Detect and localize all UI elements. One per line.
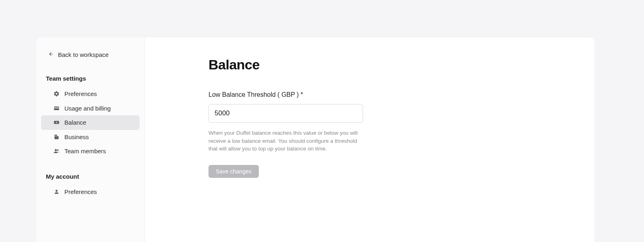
sidebar-item-label: Balance (64, 119, 86, 127)
svg-point-4 (56, 122, 57, 123)
svg-rect-10 (56, 136, 56, 136)
svg-rect-8 (56, 135, 56, 136)
team-settings-heading: Team settings (36, 75, 144, 82)
my-account-heading: My account (36, 173, 144, 180)
main-content: Balance Low Balance Threshold ( GBP ) * … (145, 38, 594, 242)
svg-rect-9 (55, 136, 55, 136)
sidebar-item-account-preferences[interactable]: Preferences (41, 185, 140, 199)
sidebar-item-label: Preferences (64, 188, 97, 196)
money-icon (53, 119, 60, 126)
page-title: Balance (208, 57, 594, 73)
threshold-help-text: When your Duffel balance reaches this va… (208, 129, 363, 153)
threshold-label: Low Balance Threshold ( GBP ) * (208, 91, 594, 98)
svg-point-13 (56, 190, 58, 192)
svg-point-11 (55, 149, 57, 151)
sidebar: Back to workspace Team settings Preferen… (36, 38, 145, 242)
threshold-input[interactable] (208, 104, 363, 123)
svg-rect-6 (57, 136, 58, 139)
back-label: Back to workspace (58, 51, 109, 58)
sidebar-item-usage-billing[interactable]: Usage and billing (41, 101, 140, 116)
sidebar-item-preferences[interactable]: Preferences (41, 87, 140, 101)
svg-point-12 (57, 149, 58, 151)
back-to-workspace-link[interactable]: Back to workspace (36, 49, 144, 60)
svg-rect-7 (55, 135, 55, 136)
building-icon (53, 134, 60, 140)
sidebar-item-team-members[interactable]: Team members (41, 144, 140, 159)
people-icon (53, 148, 60, 154)
sidebar-item-label: Preferences (64, 90, 97, 98)
svg-rect-5 (54, 135, 57, 139)
sidebar-item-label: Business (64, 133, 89, 141)
sidebar-item-label: Team members (64, 147, 106, 155)
settings-card: Back to workspace Team settings Preferen… (36, 38, 594, 242)
person-icon (53, 188, 60, 195)
sidebar-item-label: Usage and billing (64, 104, 111, 113)
sidebar-item-business[interactable]: Business (41, 130, 140, 144)
svg-rect-2 (54, 107, 59, 108)
sidebar-item-balance[interactable]: Balance (41, 115, 140, 130)
card-icon (53, 105, 60, 111)
gear-icon (53, 91, 60, 97)
arrow-left-icon (48, 51, 54, 58)
save-changes-button[interactable]: Save changes (208, 165, 259, 178)
